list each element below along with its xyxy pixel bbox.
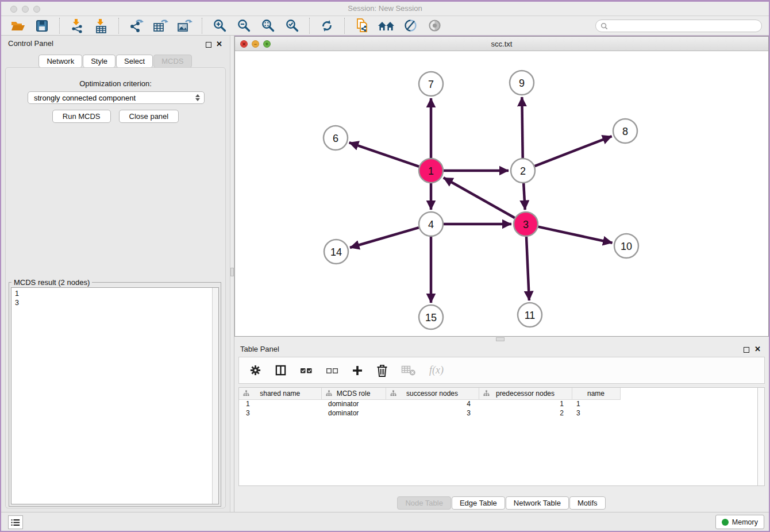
- task-history-button[interactable]: [8, 515, 23, 529]
- table-cell[interactable]: dominator: [321, 408, 386, 418]
- table-cell[interactable]: 3: [239, 408, 321, 418]
- close-panel-icon[interactable]: ✕: [754, 345, 761, 353]
- float-panel-icon[interactable]: [744, 347, 749, 353]
- graph-edge-3-10[interactable]: [538, 227, 612, 243]
- delete-column-button[interactable]: [376, 362, 388, 379]
- column-header-shared-name[interactable]: shared name: [239, 388, 321, 399]
- fx-icon: f(x): [429, 364, 444, 376]
- table-row[interactable]: 1dominator411: [239, 399, 620, 408]
- show-graphics-button[interactable]: [424, 17, 445, 34]
- table-cell[interactable]: 2: [479, 408, 572, 418]
- run-mcds-button[interactable]: Run MCDS: [52, 110, 111, 123]
- column-header-name[interactable]: name: [572, 388, 620, 399]
- column-header-predecessor-nodes[interactable]: predecessor nodes: [479, 388, 572, 399]
- mcds-result-text[interactable]: 1 3: [11, 287, 219, 504]
- graph-edge-1-6[interactable]: [349, 142, 419, 167]
- duplicate-network-button[interactable]: [352, 17, 372, 34]
- zoom-selected-icon: [285, 18, 299, 33]
- float-panel-icon[interactable]: [206, 42, 211, 48]
- toolbar-separator: [118, 18, 119, 34]
- divider-grip[interactable]: [496, 337, 505, 341]
- table-cell[interactable]: 1: [479, 399, 572, 408]
- import-network-button[interactable]: [67, 17, 87, 34]
- table-tabs: Node Table Edge Table Network Table Moti…: [234, 496, 769, 510]
- tab-node-table[interactable]: Node Table: [397, 496, 451, 510]
- network-canvas[interactable]: 7968124314101511: [235, 51, 768, 336]
- mcds-button-row: Run MCDS Close panel: [6, 110, 225, 123]
- add-column-button[interactable]: [352, 362, 363, 379]
- tab-mcds[interactable]: MCDS: [153, 55, 191, 68]
- tab-network-table[interactable]: Network Table: [506, 496, 569, 510]
- table-cell[interactable]: 3: [572, 408, 620, 418]
- function-builder-button[interactable]: f(x): [429, 362, 444, 379]
- delete-table-button[interactable]: [401, 362, 416, 379]
- table-settings-button[interactable]: [249, 362, 261, 379]
- graph-edge-3-11[interactable]: [526, 237, 529, 300]
- zoom-fit-button[interactable]: [257, 17, 278, 34]
- select-all-button[interactable]: [300, 362, 313, 379]
- tab-network[interactable]: Network: [38, 55, 82, 68]
- toggle-style-button[interactable]: [400, 17, 421, 34]
- control-panel-title: Control Panel: [8, 39, 53, 48]
- graph-node-6[interactable]: 6: [324, 126, 348, 150]
- horizontal-split-divider[interactable]: [234, 337, 769, 342]
- graph-node-2[interactable]: 2: [511, 159, 535, 183]
- graph-node-11[interactable]: 11: [518, 303, 542, 327]
- table-cell[interactable]: dominator: [321, 399, 386, 408]
- vertical-split-divider[interactable]: [230, 36, 234, 512]
- graph-edge-3-1[interactable]: [444, 178, 515, 218]
- optimization-criterion-select[interactable]: strongly connected component: [28, 91, 205, 104]
- divider-grip[interactable]: [230, 268, 234, 276]
- zoom-out-button[interactable]: [233, 17, 254, 34]
- zoom-in-button[interactable]: [209, 17, 230, 34]
- zoom-selected-button[interactable]: [282, 17, 302, 34]
- show-columns-button[interactable]: [275, 362, 287, 379]
- column-header-mcds-role[interactable]: MCDS role: [321, 388, 386, 399]
- import-table-button[interactable]: [91, 17, 111, 34]
- graph-node-15[interactable]: 15: [419, 305, 443, 329]
- tab-edge-table[interactable]: Edge Table: [452, 496, 505, 510]
- columns-icon: [275, 364, 287, 376]
- export-image-button[interactable]: [174, 17, 195, 34]
- graph-node-7[interactable]: 7: [419, 72, 443, 96]
- export-table-button[interactable]: [150, 17, 171, 34]
- refresh-button[interactable]: [317, 17, 337, 34]
- toolbar-separator: [202, 18, 202, 34]
- open-session-button[interactable]: [7, 17, 28, 34]
- control-panel-tabs: Network Style Select MCDS: [1, 55, 230, 68]
- table-scrollbar[interactable]: [757, 388, 764, 485]
- table-cell[interactable]: 3: [386, 408, 479, 418]
- graph-node-14[interactable]: 14: [324, 240, 348, 264]
- graph-edge-4-14[interactable]: [350, 228, 419, 248]
- graph-node-10[interactable]: 10: [614, 234, 638, 258]
- memory-button[interactable]: Memory: [715, 515, 764, 529]
- graph-edge-2-8[interactable]: [535, 136, 612, 166]
- graph-edge-2-9[interactable]: [522, 97, 522, 158]
- table-cell[interactable]: 1: [239, 399, 321, 408]
- svg-text:10: 10: [621, 241, 632, 252]
- close-panel-icon[interactable]: ✕: [216, 40, 222, 48]
- close-panel-button[interactable]: Close panel: [119, 110, 179, 123]
- table-cell[interactable]: 1: [572, 399, 620, 408]
- table-row[interactable]: 3dominator323: [239, 408, 620, 418]
- graph-node-9[interactable]: 9: [510, 71, 534, 95]
- deselect-all-button[interactable]: [326, 362, 338, 379]
- home-layout-button[interactable]: [376, 17, 396, 34]
- tab-select[interactable]: Select: [116, 55, 153, 68]
- table-cell[interactable]: 4: [386, 399, 479, 408]
- tab-style[interactable]: Style: [83, 55, 116, 68]
- graph-node-1[interactable]: 1: [419, 159, 443, 183]
- column-header-successor-nodes[interactable]: successor nodes: [386, 388, 479, 399]
- graph-edge-2-3[interactable]: [523, 183, 525, 210]
- search-input[interactable]: [611, 22, 761, 30]
- graph-node-4[interactable]: 4: [419, 212, 443, 236]
- result-scrollbar[interactable]: [212, 288, 218, 504]
- zoom-in-icon: [213, 18, 227, 33]
- save-session-button[interactable]: [32, 17, 52, 34]
- graph-node-3[interactable]: 3: [514, 212, 538, 236]
- graph-node-8[interactable]: 8: [613, 119, 637, 143]
- status-bar: Memory: [1, 512, 769, 531]
- svg-text:11: 11: [525, 310, 536, 321]
- export-network-button[interactable]: [126, 17, 147, 34]
- tab-motifs[interactable]: Motifs: [569, 496, 606, 510]
